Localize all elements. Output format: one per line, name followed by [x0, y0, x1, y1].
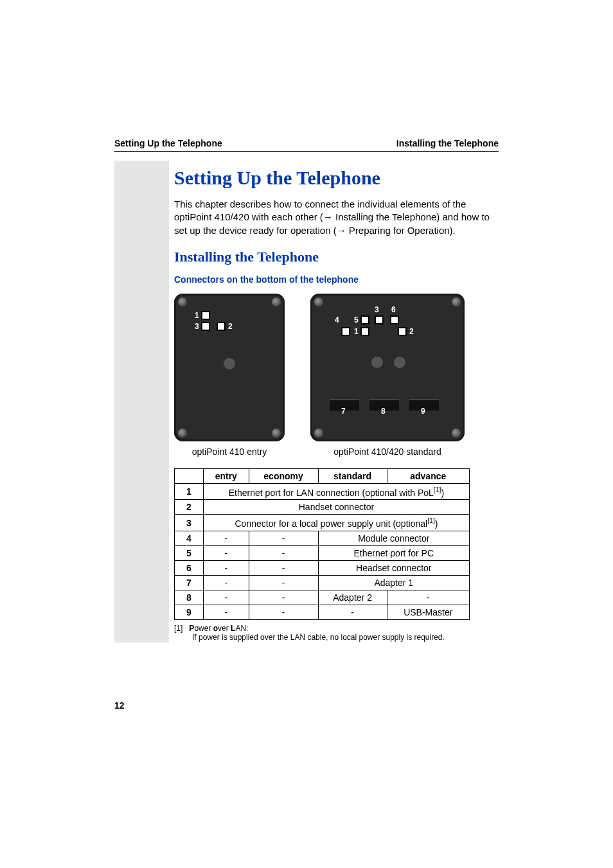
port-label-6: 6 — [391, 305, 396, 314]
cell-economy: - — [249, 546, 318, 561]
cell-desc: Connector for a local power supply unit … — [204, 515, 470, 531]
port-3 — [201, 322, 210, 331]
cell-economy: - — [249, 605, 318, 620]
footnote-marker: [1] — [174, 624, 182, 633]
cell-entry: - — [204, 561, 249, 576]
cell-advance: - — [387, 590, 469, 605]
cell-entry: - — [204, 590, 249, 605]
port-label-1: 1 — [354, 327, 359, 336]
th-standard: standard — [318, 468, 387, 483]
port-2 — [217, 322, 226, 331]
arrow-icon: → — [337, 225, 346, 236]
cell-text: Connector for a local power supply unit … — [235, 518, 428, 529]
footnote-text: ver — [218, 624, 231, 633]
table-row: 1 Ethernet port for LAN connection (opti… — [175, 483, 470, 500]
port-4 — [341, 327, 350, 336]
port-label-1: 1 — [195, 311, 199, 320]
table-row: 7 - - Adapter 1 — [175, 576, 470, 590]
heading-setting-up: Setting Up the Telephone — [174, 167, 499, 189]
port-6 — [390, 315, 399, 324]
connectors-table: entry economy standard advance 1 Etherne… — [174, 468, 470, 620]
footnote-bold-o: o — [213, 624, 218, 633]
table-row: 9 - - - USB-Master — [175, 605, 470, 620]
cell-entry: - — [204, 546, 249, 561]
th-economy: economy — [249, 468, 318, 483]
table-row: 6 - - Headset connector — [175, 561, 470, 576]
slot-label-8: 8 — [381, 407, 386, 416]
port-label-3: 3 — [195, 322, 199, 331]
phone-entry-diagram: 1 3 2 — [174, 294, 285, 441]
heading-connectors: Connectors on the bottom of the telephon… — [174, 274, 499, 285]
cell-desc: Ethernet port for LAN connection (option… — [204, 483, 470, 500]
arrow-icon: → — [323, 211, 333, 222]
th-advance: advance — [387, 468, 469, 483]
cell-std-adv: Ethernet port for PC — [318, 546, 469, 561]
port-1 — [201, 311, 210, 320]
footnote-line2: If power is supplied over the LAN cable,… — [174, 633, 499, 642]
cell-std-adv: Headset connector — [318, 561, 469, 576]
table-row: 4 - - Module connector — [175, 531, 470, 546]
table-row: 8 - - Adapter 2 - — [175, 590, 470, 605]
cell-economy: - — [249, 561, 318, 576]
slot-label-7: 7 — [341, 407, 346, 416]
header-right: Installing the Telephone — [396, 138, 499, 148]
cell-num: 7 — [175, 576, 204, 590]
cell-entry: - — [204, 531, 249, 546]
page-header: Setting Up the Telephone Installing the … — [114, 138, 499, 152]
cell-num: 5 — [175, 546, 204, 561]
port-label-4: 4 — [335, 315, 339, 324]
figure-entry: 1 3 2 optiPoint 410 entry — [174, 294, 285, 457]
figure-row: 1 3 2 optiPoint 410 entry 3 6 — [174, 294, 499, 457]
cell-text: Ethernet port for LAN connection (option… — [229, 487, 434, 497]
port-3b — [375, 315, 384, 324]
th-blank — [175, 468, 204, 483]
cell-desc: Handset connector — [204, 500, 470, 515]
cell-economy: - — [249, 590, 318, 605]
header-left: Setting Up the Telephone — [114, 138, 222, 148]
page: Setting Up the Telephone Installing the … — [0, 0, 613, 868]
page-number: 12 — [114, 700, 125, 711]
cell-advance: USB-Master — [387, 605, 469, 620]
footnote-ref: [1] — [427, 517, 435, 524]
cell-text-tail: ) — [441, 487, 445, 497]
cell-num: 9 — [175, 605, 204, 620]
table-row: 5 - - Ethernet port for PC — [175, 546, 470, 561]
cell-num: 6 — [175, 561, 204, 576]
caption-entry: optiPoint 410 entry — [192, 447, 267, 457]
table-header-row: entry economy standard advance — [175, 468, 470, 483]
footnote-ref: [1] — [434, 486, 441, 493]
port-label-5: 5 — [354, 315, 359, 324]
cell-standard: Adapter 2 — [318, 590, 387, 605]
port-label-2: 2 — [228, 322, 233, 331]
caption-standard: optiPoint 410/420 standard — [333, 447, 441, 457]
content-area: Setting Up the Telephone This chapter de… — [174, 161, 499, 642]
cell-text-tail: ) — [435, 518, 438, 529]
footnote-text: AN: — [235, 624, 248, 633]
cell-entry: - — [204, 605, 249, 620]
th-entry: entry — [204, 468, 249, 483]
port-2b — [398, 327, 407, 336]
cell-num: 1 — [175, 483, 204, 500]
cell-entry: - — [204, 576, 249, 590]
heading-installing: Installing the Telephone — [174, 249, 499, 265]
margin-band — [114, 161, 169, 642]
port-label-3: 3 — [375, 305, 379, 314]
cell-economy: - — [249, 576, 318, 590]
footnote-text: ower — [194, 624, 213, 633]
cell-standard: - — [318, 605, 387, 620]
figure-standard: 3 6 4 5 1 2 7 8 — [310, 294, 465, 457]
cell-num: 3 — [175, 515, 204, 531]
table-row: 3 Connector for a local power supply uni… — [175, 515, 470, 531]
port-label-2: 2 — [409, 327, 414, 336]
footnote: [1] Power over LAN: If power is supplied… — [174, 624, 499, 642]
cell-economy: - — [249, 531, 318, 546]
table-row: 2 Handset connector — [175, 500, 470, 515]
intro-text-c: Preparing for Operation). — [346, 225, 456, 236]
port-5 — [360, 315, 369, 324]
cell-std-adv: Adapter 1 — [318, 576, 469, 590]
cell-num: 8 — [175, 590, 204, 605]
cell-std-adv: Module connector — [318, 531, 469, 546]
phone-standard-diagram: 3 6 4 5 1 2 7 8 — [310, 294, 465, 441]
slot-label-9: 9 — [421, 407, 425, 416]
intro-paragraph: This chapter describes how to connect th… — [174, 198, 499, 237]
